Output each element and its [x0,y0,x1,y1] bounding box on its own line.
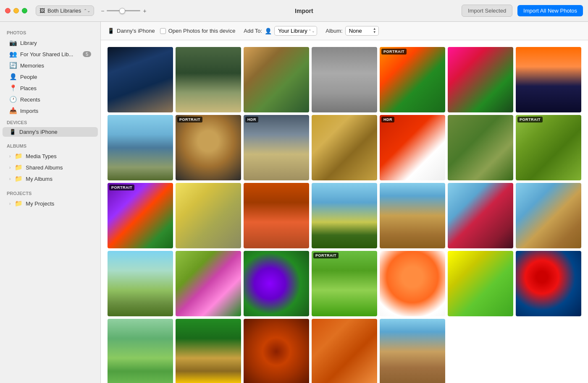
sidebar-item-shared[interactable]: 👥 For Your Shared Lib... 5 [3,49,98,60]
photo-badge: PORTRAIT [313,253,339,258]
sidebar-label-memories: Memories [20,63,44,69]
album-section: Album: None ▲ ▼ [326,26,378,36]
library-selector[interactable]: 🖼 Both Libraries ⌃⌄ [36,5,94,16]
add-to-section: Add To: 👤 Your Library [244,26,317,36]
photo-badge: HDR [381,117,394,122]
import-new-button[interactable]: Import All New Photos [517,5,583,16]
photo-cell[interactable] [448,47,513,112]
photo-cell[interactable] [244,251,309,316]
zoom-control: − + [101,8,146,14]
photo-badge: PORTRAIT [517,117,543,122]
my-albums-icon: 📁 [15,175,22,182]
sidebar-label-shared: For Your Shared Lib... [20,51,73,57]
sidebar-label-my-albums: My Albums [26,176,52,182]
imports-icon: 📥 [9,107,17,115]
photos-section-title: Photos [0,27,100,37]
photo-cell[interactable]: PORTRAIT [516,115,581,180]
zoom-slider[interactable] [107,10,140,11]
photo-cell[interactable] [108,319,173,383]
photo-cell[interactable] [244,319,309,383]
sidebar-item-library[interactable]: 📷 Library [3,37,98,48]
devices-section-title: Devices [0,117,100,127]
photo-cell[interactable]: PORTRAIT [312,251,377,316]
maximize-button[interactable] [22,8,27,13]
photo-cell[interactable] [312,183,377,248]
open-photos-text: Open Photos for this device [168,28,236,34]
album-label: Album: [326,28,342,34]
sidebar-label-places: Places [20,85,37,91]
phone-icon: 📱 [108,28,114,34]
import-selected-button[interactable]: Import Selected [462,5,512,17]
photo-cell[interactable] [108,47,173,112]
shared-badge: 5 [83,51,91,57]
sidebar-item-imports[interactable]: 📥 Imports [3,105,98,116]
photo-cell[interactable] [448,183,513,248]
sidebar-label-imports: Imports [20,108,38,114]
photo-cell[interactable] [108,115,173,180]
photo-cell[interactable] [176,251,241,316]
photo-cell[interactable] [108,251,173,316]
photo-cell[interactable]: PORTRAIT [176,115,241,180]
photo-cell[interactable] [176,319,241,383]
zoom-plus-icon[interactable]: + [143,8,146,14]
sidebar-item-device[interactable]: 📱 Danny's iPhone [3,127,98,137]
chevron-right-icon-3: › [9,177,10,181]
library-icon: 📷 [9,39,17,47]
add-to-label: Add To: [244,28,262,34]
import-toolbar: 📱 Danny's iPhone Open Photos for this de… [101,22,588,40]
album-select[interactable]: None [345,26,379,36]
photo-cell[interactable] [380,183,445,248]
photo-cell[interactable] [516,47,581,112]
sidebar-item-media-types[interactable]: › 📁 Media Types [3,151,98,162]
chevron-right-icon-2: › [9,165,10,170]
sidebar-device-label: Danny's iPhone [19,129,58,135]
library-select[interactable]: Your Library [274,26,317,36]
photo-badge: PORTRAIT [109,185,134,190]
photo-cell[interactable]: PORTRAIT [380,47,445,112]
photo-cell[interactable] [176,183,241,248]
photo-cell[interactable] [176,47,241,112]
library-select-wrapper: Your Library [274,26,317,36]
traffic-lights [5,8,27,13]
sidebar: Photos 📷 Library 👥 For Your Shared Lib..… [0,22,101,383]
photo-cell[interactable] [448,251,513,316]
photo-cell[interactable] [516,251,581,316]
photo-grid-container: PORTRAITPORTRAITHDRHDRPORTRAITPORTRAITPO… [101,40,588,383]
sidebar-label-people: People [20,74,37,80]
library-selector-label: Both Libraries [47,8,81,14]
sidebar-item-my-albums[interactable]: › 📁 My Albums [3,173,98,184]
minimize-button[interactable] [13,8,19,13]
photo-cell[interactable]: HDR [244,115,309,180]
people-icon: 👤 [9,73,17,81]
sidebar-item-memories[interactable]: 🔄 Memories [3,60,98,71]
photo-cell[interactable] [448,115,513,180]
photo-cell[interactable] [380,251,445,316]
photo-cell[interactable]: HDR [380,115,445,180]
sidebar-item-shared-albums[interactable]: › 📁 Shared Albums [3,162,98,173]
album-select-wrapper: None ▲ ▼ [345,26,379,36]
open-photos-checkbox[interactable] [160,28,166,34]
photo-cell[interactable] [244,47,309,112]
sidebar-item-people[interactable]: 👤 People [3,71,98,82]
zoom-minus-icon[interactable]: − [101,8,104,14]
close-button[interactable] [5,8,10,13]
photo-cell[interactable] [244,183,309,248]
photo-cell[interactable]: PORTRAIT [108,183,173,248]
photo-cell[interactable] [312,319,377,383]
photo-cell[interactable] [312,115,377,180]
recents-icon: 🕐 [9,96,17,103]
sidebar-item-my-projects[interactable]: › 📁 My Projects [3,198,98,209]
photo-cell[interactable] [312,47,377,112]
sidebar-item-recents[interactable]: 🕐 Recents [3,94,98,105]
sidebar-label-media-types: Media Types [26,153,56,159]
photo-badge: PORTRAIT [381,49,407,55]
photo-cell[interactable] [380,319,445,383]
projects-section-title: Projects [0,188,100,198]
photo-badge: HDR [245,117,258,122]
sidebar-item-places[interactable]: 📍 Places [3,83,98,94]
titlebar: 🖼 Both Libraries ⌃⌄ − + Import Import Se… [0,0,588,22]
sidebar-label-my-projects: My Projects [26,201,54,207]
my-projects-icon: 📁 [15,200,22,207]
photo-cell[interactable] [516,183,581,248]
person-icon: 👤 [265,28,272,34]
